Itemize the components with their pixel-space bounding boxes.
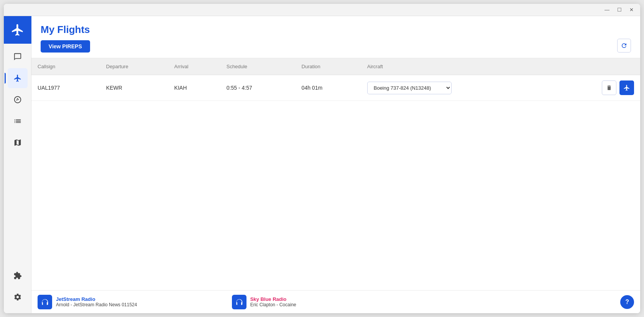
radio1-track: Arnold - JetStream Radio News 011524: [56, 302, 137, 307]
table-row: UAL1977 KEWR KIAH 0:55 - 4:57 04h 01m Bo…: [31, 75, 640, 101]
radio1-station: JetStream Radio: [56, 296, 137, 302]
headphone-icon-1: [41, 298, 49, 306]
radio-card-2: Sky Blue Radio Eric Clapton - Cocaine: [232, 295, 420, 309]
trash-icon: [606, 85, 612, 91]
puzzle-icon: [13, 271, 22, 280]
col-arrival: Arrival: [168, 58, 220, 75]
cell-departure: KEWR: [100, 75, 168, 101]
titlebar: — ☐ ✕: [4, 4, 640, 16]
compass-icon: [13, 95, 22, 104]
map-icon: [13, 138, 22, 147]
chat-icon: [13, 53, 22, 61]
sidebar-nav: [8, 44, 28, 266]
flights-table-container: Callsign Departure Arrival Schedule Dura…: [31, 58, 640, 290]
close-button[interactable]: ✕: [628, 6, 636, 13]
cell-callsign: UAL1977: [31, 75, 100, 101]
plane-logo-icon: [11, 23, 25, 37]
radio2-info: Sky Blue Radio Eric Clapton - Cocaine: [250, 296, 296, 307]
header-left: My Flights View PIREPS: [41, 24, 90, 53]
flights-icon: [13, 74, 22, 82]
cell-aircraft: Boeing 737-824 (N13248): [361, 75, 552, 101]
radio2-track: Eric Clapton - Cocaine: [250, 302, 296, 307]
fly-icon: [623, 84, 630, 91]
main-window: — ☐ ✕: [4, 4, 640, 313]
col-callsign: Callsign: [31, 58, 100, 75]
radio-card-1: JetStream Radio Arnold - JetStream Radio…: [38, 295, 226, 309]
sidebar-item-plugins[interactable]: [8, 266, 28, 286]
col-departure: Departure: [100, 58, 168, 75]
main-layout: My Flights View PIREPS Callsign Departur…: [4, 16, 640, 313]
radio2-station: Sky Blue Radio: [250, 296, 296, 302]
sidebar-item-settings[interactable]: [8, 287, 28, 307]
col-schedule: Schedule: [220, 58, 296, 75]
cell-duration: 04h 01m: [296, 75, 361, 101]
sidebar-item-list[interactable]: [8, 111, 28, 131]
page-title: My Flights: [41, 24, 90, 36]
sidebar-logo[interactable]: [4, 16, 31, 44]
sidebar-item-compass[interactable]: [8, 90, 28, 110]
fly-button[interactable]: [619, 80, 634, 95]
sidebar-item-flights[interactable]: [8, 68, 28, 88]
sidebar-item-chat[interactable]: [8, 47, 28, 67]
headphone-icon-2: [235, 298, 243, 306]
minimize-button[interactable]: —: [603, 6, 611, 13]
maximize-button[interactable]: ☐: [615, 6, 624, 13]
refresh-icon: [621, 42, 628, 49]
col-duration: Duration: [296, 58, 361, 75]
cell-actions: [552, 75, 640, 101]
col-aircraft: Aircraft: [361, 58, 552, 75]
aircraft-select[interactable]: Boeing 737-824 (N13248): [367, 82, 452, 94]
row-actions: [558, 80, 634, 95]
settings-icon: [13, 293, 22, 301]
col-actions: [552, 58, 640, 75]
delete-flight-button[interactable]: [602, 80, 616, 95]
cell-arrival: KIAH: [168, 75, 220, 101]
sidebar-bottom: [8, 266, 28, 313]
help-button[interactable]: ?: [620, 295, 634, 309]
radio1-icon-box[interactable]: [38, 295, 52, 309]
footer: JetStream Radio Arnold - JetStream Radio…: [31, 290, 640, 313]
radio2-icon-box[interactable]: [232, 295, 246, 309]
content-area: My Flights View PIREPS Callsign Departur…: [31, 16, 640, 313]
content-header: My Flights View PIREPS: [31, 16, 640, 58]
list-icon: [13, 117, 22, 125]
table-header-row: Callsign Departure Arrival Schedule Dura…: [31, 58, 640, 75]
refresh-button[interactable]: [617, 39, 631, 53]
cell-schedule: 0:55 - 4:57: [220, 75, 296, 101]
view-pireps-button[interactable]: View PIREPS: [41, 40, 90, 53]
flights-table: Callsign Departure Arrival Schedule Dura…: [31, 58, 640, 101]
radio1-info: JetStream Radio Arnold - JetStream Radio…: [56, 296, 137, 307]
sidebar: [4, 16, 31, 313]
sidebar-item-map[interactable]: [8, 133, 28, 153]
